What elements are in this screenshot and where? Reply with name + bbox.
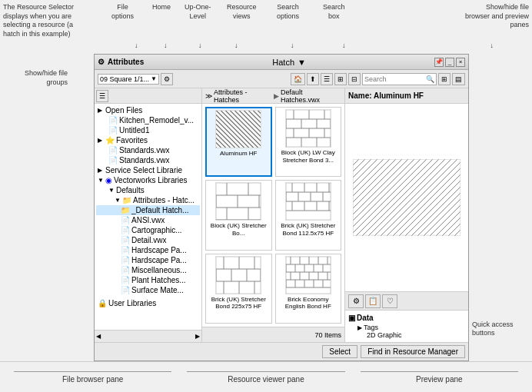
svg-rect-18 <box>216 183 261 220</box>
arrow-resource-views: ↓ <box>234 42 238 49</box>
view-list-button[interactable]: ☰ <box>321 73 333 85</box>
settings-button[interactable]: ⚙ <box>161 73 173 85</box>
tree-label-standards2: Standards.vwx <box>119 156 170 164</box>
tree-label-user-libs: User Libraries <box>108 299 156 307</box>
close-button[interactable]: × <box>456 58 465 67</box>
breadcrumb-item-1[interactable]: Attributes - Hatches <box>214 88 272 104</box>
breadcrumb-bar: ≫ Attributes - Hatches ▶ Default Hatches… <box>202 88 344 104</box>
tree-item-attributes-hatch[interactable]: ▼ 📁 Attributes - Hatc... <box>96 195 200 205</box>
scroll-left[interactable]: ◀ <box>96 333 101 340</box>
file-icon: 📄 <box>108 116 118 125</box>
ann-resource-selector: The Resource Selector displays when you … <box>3 3 88 39</box>
tree-item-plant[interactable]: 📄 Plant Hatches... <box>96 275 200 285</box>
top-annotations: The Resource Selector displays when you … <box>0 0 532 54</box>
select-button[interactable]: Select <box>322 345 357 358</box>
resource-footer: 70 Items <box>202 327 344 342</box>
tree-item-vectorworks[interactable]: ▼ ◉ Vectorworks Libraries <box>96 175 200 185</box>
preview-btn-3[interactable]: ♡ <box>382 294 397 308</box>
folder-icon: 📁 <box>122 196 131 204</box>
tree-item-untitled[interactable]: 📄 Untitled1 <box>96 125 200 135</box>
tree-item-service[interactable]: ▶ Service Select Librarie <box>96 165 200 175</box>
brick-svg-4 <box>216 257 261 294</box>
resource-item-block-lw[interactable]: Block (UK) LW Clay Stretcher Bond 3... <box>275 107 342 177</box>
tree-label-default-hatch: _Default Hatch... <box>131 206 188 214</box>
tree-item-misc[interactable]: 📄 Miscellaneous... <box>96 265 200 275</box>
data-tags-value: 2D Graphic <box>348 331 465 339</box>
tree-item-defaults[interactable]: ▼ Defaults <box>96 185 200 195</box>
arrow-show-hide: ↓ <box>490 42 494 49</box>
main-window: ⚙ Attributes Hatch ▼ 📌 _ × 09 Square 1/1… <box>94 54 469 361</box>
show-groups-button[interactable]: ☰ <box>96 90 108 102</box>
selector-dropdown-arrow: ▼ <box>151 75 157 82</box>
resource-item-brick-economy[interactable]: Brick Economy English Bond HF <box>275 254 342 324</box>
breadcrumb-item-2[interactable]: Default Hatches.vwx <box>281 88 341 104</box>
arrow-open-files: ▶ <box>98 107 104 114</box>
resource-item-aluminum[interactable]: Aluminum HF <box>205 107 272 177</box>
ann-quick-access: Quick access buttons <box>472 321 526 338</box>
file-icon-3: 📄 <box>108 146 118 154</box>
minimize-button[interactable]: _ <box>445 58 454 67</box>
tree-item-carto[interactable]: 📄 Cartographic... <box>96 225 200 235</box>
resource-thumb-block-stretch <box>215 182 261 221</box>
tree-label-standards1: Standards.vwx <box>119 146 170 154</box>
tree-item-surface[interactable]: 📄 Surface Mate... <box>96 285 200 295</box>
search-input[interactable] <box>363 75 424 83</box>
tree-item-user-libs[interactable]: 🔒 User Libraries <box>96 298 200 308</box>
tree-item-standards2[interactable]: 📄 Standards.vwx <box>96 155 200 165</box>
arrow-file-options: ↓ <box>135 42 138 49</box>
tree-area: ▶ Open Files 📄 Kitchen_Remodel_v... 📄 Un… <box>95 104 201 330</box>
right-annotations: Quick access buttons <box>472 54 526 361</box>
preview-btn-1[interactable]: ⚙ <box>348 294 364 308</box>
tree-item-ansi[interactable]: 📄 ANSI.vwx <box>96 215 200 225</box>
data-tags: ▶ Tags <box>348 324 465 331</box>
pane-toggle-button[interactable]: ⊞ <box>438 73 451 85</box>
search-box[interactable]: 🔍 <box>362 73 437 85</box>
tree-item-hardscape1[interactable]: 📄 Hardscape Pa... <box>96 245 200 255</box>
find-button[interactable]: Find in Resource Manager <box>361 345 465 358</box>
preview-header: Name: Aluminum HF <box>345 88 468 104</box>
up-level-button[interactable]: ⬆ <box>307 73 319 85</box>
tree-item-default-hatch[interactable]: 📁 _Default Hatch... <box>96 205 200 215</box>
resource-thumb-aluminum <box>215 110 261 148</box>
tree-item-standards1[interactable]: 📄 Standards.vwx <box>96 145 200 155</box>
file-icon-11: 📄 <box>121 276 130 284</box>
resource-type-selector[interactable]: Hatch ▼ <box>272 58 306 67</box>
resource-name-block-lw: Block (UK) LW Clay Stretcher Bond 3... <box>278 149 340 164</box>
resource-name-brick-225: Brick (UK) Stretcher Bond 225x75 HF <box>208 296 270 311</box>
resource-item-brick-225[interactable]: Brick (UK) Stretcher Bond 225x75 HF <box>205 254 272 324</box>
resource-thumb-brick-112 <box>285 182 331 221</box>
tree-item-detail[interactable]: 📄 Detail.vwx <box>96 235 200 245</box>
ann-file-options: Fileoptions <box>111 3 134 21</box>
arrow-favorites: ▶ <box>98 137 104 144</box>
resource-item-block-stretch[interactable]: Block (UK) Stretcher Bo... <box>205 180 272 250</box>
svg-rect-58 <box>286 257 331 294</box>
palette-toolbar-button[interactable]: ▤ <box>452 73 465 85</box>
data-collapse-icon: ▣ <box>348 314 355 322</box>
arrow-attr: ▼ <box>115 197 121 204</box>
tree-label-open-files: Open Files <box>105 106 142 115</box>
tree-item-kitchen[interactable]: 📄 Kitchen_Remodel_v... <box>96 115 200 125</box>
window-icon: ⚙ <box>98 58 105 66</box>
resource-name-brick-economy: Brick Economy English Bond HF <box>278 296 340 311</box>
view-grid-button[interactable]: ⊞ <box>334 73 347 85</box>
file-icon-7: 📄 <box>121 236 130 244</box>
resource-item-brick-112[interactable]: Brick (UK) Stretcher Bond 112.5x75 HF <box>275 180 342 250</box>
preview-image <box>345 104 468 292</box>
title-bar: ⚙ Attributes Hatch ▼ 📌 _ × <box>95 55 468 70</box>
preview-btn-2[interactable]: 📋 <box>365 294 381 308</box>
file-icon-9: 📄 <box>121 256 130 264</box>
view-detail-button[interactable]: ⊟ <box>348 73 361 85</box>
svg-rect-84 <box>353 159 461 236</box>
home-button[interactable]: 🏠 <box>291 73 305 85</box>
selector-value-display[interactable]: 09 Square 1/1... ▼ <box>98 74 159 85</box>
resource-thumb-brick-economy <box>285 256 331 294</box>
tree-item-hardscape2[interactable]: 📄 Hardscape Pa... <box>96 255 200 265</box>
tree-item-favorites[interactable]: ▶ ⭐ Favorites <box>96 135 200 145</box>
ann-search-options: Searchoptions <box>277 3 299 21</box>
preview-name: Name: Aluminum HF <box>348 91 424 100</box>
tree-item-open-files[interactable]: ▶ Open Files <box>96 105 200 115</box>
scroll-right[interactable]: ▶ <box>195 333 200 340</box>
label-preview: Preview pane <box>361 371 518 384</box>
resource-thumb-brick-225 <box>215 256 261 294</box>
pin-button[interactable]: 📌 <box>434 58 444 67</box>
